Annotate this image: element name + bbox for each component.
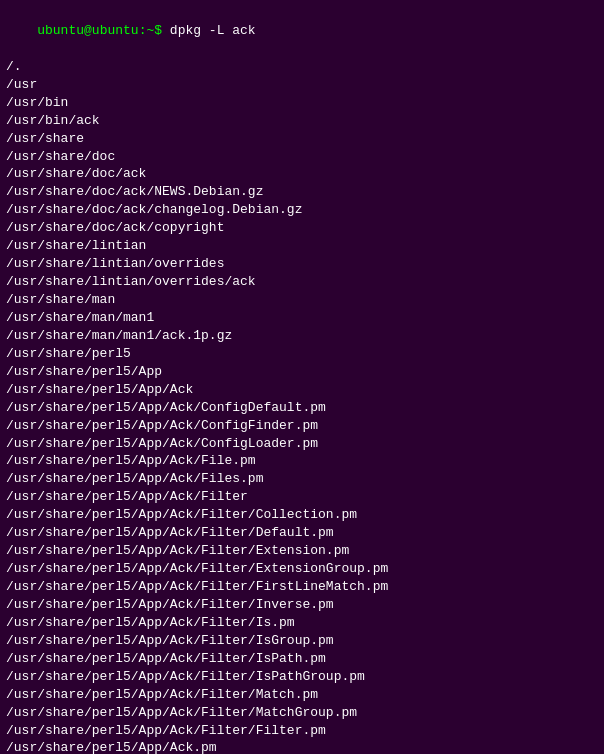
output-line: /usr/share/perl5/App/Ack/Filter/Default.… bbox=[6, 524, 598, 542]
output-line: /usr/share/perl5/App/Ack/Filter/Match.pm bbox=[6, 686, 598, 704]
output-line: /usr/share/perl5/App/Ack/Filter/Extensio… bbox=[6, 560, 598, 578]
output-line: /usr/share/doc/ack/NEWS.Debian.gz bbox=[6, 183, 598, 201]
output-line: /usr/share/perl5/App/Ack/Filter/Filter.p… bbox=[6, 722, 598, 740]
output-line: /usr/share/perl5/App/Ack bbox=[6, 381, 598, 399]
output-line: /usr/share/perl5/App/Ack/ConfigFinder.pm bbox=[6, 417, 598, 435]
output-line: /usr/share/doc/ack bbox=[6, 165, 598, 183]
output-line: /usr/share/doc/ack/copyright bbox=[6, 219, 598, 237]
output-line: /usr/share/perl5/App/Ack/Filter/Extensio… bbox=[6, 542, 598, 560]
command-text: dpkg -L ack bbox=[162, 23, 256, 38]
output-line: /usr/share/perl5/App/Ack/Filter/Inverse.… bbox=[6, 596, 598, 614]
output-line: /usr/share/perl5/App/Ack/Filter/MatchGro… bbox=[6, 704, 598, 722]
output-line: /usr/bin/ack bbox=[6, 112, 598, 130]
output-line: /usr/share/perl5/App/Ack/Filter/IsPath.p… bbox=[6, 650, 598, 668]
output-line: /usr/share/perl5/App bbox=[6, 363, 598, 381]
output-line: /usr/share/perl5 bbox=[6, 345, 598, 363]
command-line: ubuntu@ubuntu:~$ dpkg -L ack bbox=[6, 4, 598, 58]
output-line: /usr bbox=[6, 76, 598, 94]
output-line: /usr/share/perl5/App/Ack/ConfigLoader.pm bbox=[6, 435, 598, 453]
output-line: /usr/share/perl5/App/Ack/Filter/Collecti… bbox=[6, 506, 598, 524]
output-line: /usr/share/perl5/App/Ack/ConfigDefault.p… bbox=[6, 399, 598, 417]
output-line: /usr/share/perl5/App/Ack/Filter/Is.pm bbox=[6, 614, 598, 632]
output-line: /usr/bin bbox=[6, 94, 598, 112]
prompt-1: ubuntu@ubuntu:~$ bbox=[37, 23, 162, 38]
output-line: /usr/share/perl5/App/Ack/Filter bbox=[6, 488, 598, 506]
output-line: /usr/share/lintian/overrides/ack bbox=[6, 273, 598, 291]
output-line: /usr/share/doc bbox=[6, 148, 598, 166]
output-line: /usr/share/perl5/App/Ack/Filter/IsGroup.… bbox=[6, 632, 598, 650]
output-line: /usr/share/perl5/App/Ack.pm bbox=[6, 739, 598, 754]
output-line: /usr/share/man/man1 bbox=[6, 309, 598, 327]
output-line: /usr/share/man bbox=[6, 291, 598, 309]
output-line: /usr/share/man/man1/ack.1p.gz bbox=[6, 327, 598, 345]
output-line: /usr/share/doc/ack/changelog.Debian.gz bbox=[6, 201, 598, 219]
output-line: /usr/share/perl5/App/Ack/Filter/IsPathGr… bbox=[6, 668, 598, 686]
output-line: /usr/share/lintian/overrides bbox=[6, 255, 598, 273]
terminal-window: ubuntu@ubuntu:~$ dpkg -L ack /./usr/usr/… bbox=[0, 0, 604, 754]
output-line: /usr/share/perl5/App/Ack/Filter/FirstLin… bbox=[6, 578, 598, 596]
output-line: /. bbox=[6, 58, 598, 76]
output-lines: /./usr/usr/bin/usr/bin/ack/usr/share/usr… bbox=[6, 58, 598, 754]
output-line: /usr/share/perl5/App/Ack/File.pm bbox=[6, 452, 598, 470]
output-line: /usr/share bbox=[6, 130, 598, 148]
output-line: /usr/share/perl5/App/Ack/Files.pm bbox=[6, 470, 598, 488]
output-line: /usr/share/lintian bbox=[6, 237, 598, 255]
